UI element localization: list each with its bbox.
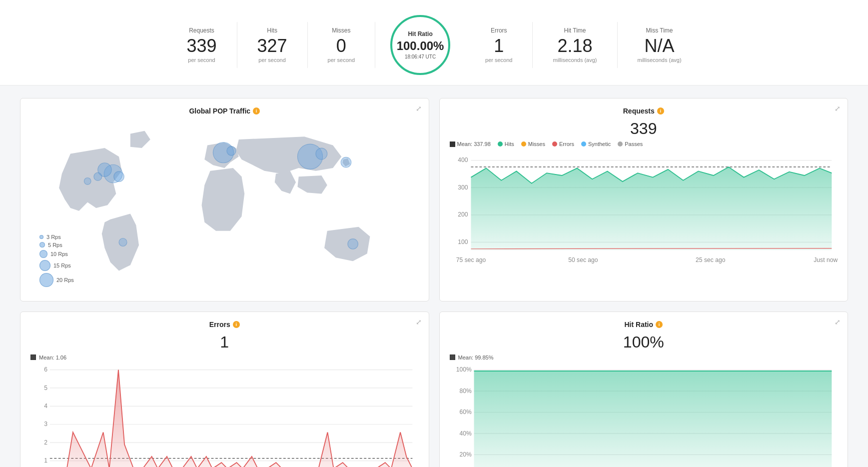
charts-grid: Global POP Traffic i ⤢ <box>0 86 868 467</box>
svg-text:1: 1 <box>44 457 47 464</box>
legend-5rps: 5 Rps <box>39 242 74 248</box>
misses-value: 0 <box>328 36 355 56</box>
svg-text:25 sec ago: 25 sec ago <box>696 256 726 264</box>
requests-label: Requests <box>186 27 216 34</box>
requests-area <box>471 167 832 250</box>
metric-errors: Errors 1 per second <box>465 22 533 68</box>
errors-chart-svg: 6 5 4 3 2 1 75 sec ago 50 sec ago 25 sec… <box>30 362 419 467</box>
synthetic-dot <box>581 142 586 146</box>
traffic-bubble-sa <box>119 238 127 246</box>
svg-text:60%: 60% <box>459 408 471 416</box>
svg-text:20%: 20% <box>459 451 471 458</box>
hits-dot <box>498 142 503 146</box>
requests-legend: Mean: 337.98 Hits Misses Errors Syntheti… <box>450 141 838 147</box>
errors-expand-icon[interactable]: ⤢ <box>416 318 422 326</box>
legend-10rps: 10 Rps <box>39 250 74 258</box>
requests-big-value: 339 <box>450 120 838 138</box>
mean-checkbox[interactable] <box>450 142 455 147</box>
bubble-15rps <box>39 260 50 271</box>
hit-ratio-expand-icon[interactable]: ⤢ <box>835 318 841 326</box>
australia <box>324 227 370 262</box>
hit-ratio-big-value: 100% <box>450 333 838 352</box>
traffic-bubble-na5 <box>84 178 91 184</box>
hits-value: 327 <box>257 36 287 56</box>
svg-text:300: 300 <box>458 184 468 191</box>
errors-mean-checkbox[interactable] <box>30 354 36 360</box>
requests-expand-icon[interactable]: ⤢ <box>835 104 841 112</box>
requests-sub: per second <box>186 57 216 63</box>
legend-hits: Hits <box>498 141 514 147</box>
hit-ratio-circle-value: 100.00% <box>397 40 444 52</box>
errors-area <box>51 370 412 467</box>
hit-ratio-mean-label: Mean: 99.85% <box>450 354 838 360</box>
misses-label: Misses <box>328 27 355 34</box>
svg-text:75 sec ago: 75 sec ago <box>456 256 486 264</box>
errors-mean-label: Mean: 1.06 <box>30 354 419 360</box>
requests-card: Requests i ⤢ 339 Mean: 337.98 Hits Misse… <box>439 98 849 302</box>
bubble-3rps <box>39 235 43 239</box>
traffic-bubble-na3 <box>114 172 124 182</box>
errors-big-value: 1 <box>30 333 419 352</box>
global-pop-title: Global POP Traffic i <box>189 107 260 115</box>
errors-card: Errors i ⤢ 1 Mean: 1.06 6 5 4 3 2 1 <box>20 312 429 467</box>
errors-value: 1 <box>485 36 512 56</box>
bubble-5rps <box>39 242 45 248</box>
hits-sub: per second <box>257 57 287 63</box>
svg-text:3: 3 <box>44 420 47 428</box>
requests-header: Requests i <box>450 106 838 116</box>
errors-dot <box>552 142 557 146</box>
map-legend: 3 Rps 5 Rps 10 Rps 15 Rps 20 Rps <box>39 234 74 289</box>
legend-20rps: 20 Rps <box>39 273 74 287</box>
legend-misses: Misses <box>521 141 545 147</box>
svg-text:Just now: Just now <box>814 256 838 264</box>
hit-ratio-info-icon[interactable]: i <box>656 321 663 328</box>
world-map-wrap: 3 Rps 5 Rps 10 Rps 15 Rps 20 Rps <box>30 120 419 293</box>
svg-text:5: 5 <box>44 384 47 391</box>
hit-time-label: Hit Time <box>553 27 597 34</box>
bubble-10rps <box>39 250 47 258</box>
hit-ratio-circle-label: Hit Ratio <box>408 30 432 38</box>
requests-chart-title: Requests i <box>623 107 664 115</box>
hit-ratio-circle-sub: 18:06:47 UTC <box>405 54 436 60</box>
errors-header: Errors i <box>30 320 419 329</box>
misses-dot <box>521 142 526 146</box>
top-metrics-bar: Requests 339 per second Hits 327 per sec… <box>0 0 868 86</box>
global-pop-expand-icon[interactable]: ⤢ <box>416 104 422 112</box>
hit-time-value: 2.18 <box>553 36 597 56</box>
errors-sub: per second <box>485 57 512 63</box>
svg-text:100%: 100% <box>456 366 471 373</box>
requests-value: 339 <box>186 36 216 56</box>
metric-requests: Requests 339 per second <box>166 22 237 68</box>
errors-info-icon[interactable]: i <box>233 321 240 328</box>
svg-text:400: 400 <box>458 156 468 164</box>
legend-mean: Mean: 337.98 <box>450 141 491 147</box>
india <box>275 171 296 194</box>
metric-misses: Misses 0 per second <box>308 22 375 68</box>
world-map-svg <box>30 120 419 291</box>
errors-chart-title: Errors i <box>209 320 240 328</box>
svg-text:6: 6 <box>44 366 47 373</box>
metric-miss-time: Miss Time N/A milliseconds (avg) <box>618 22 702 68</box>
greenland <box>130 131 150 148</box>
miss-time-value: N/A <box>638 36 682 56</box>
traffic-bubble-as2 <box>316 148 327 160</box>
metric-hits: Hits 327 per second <box>237 22 308 68</box>
traffic-bubble-au <box>348 239 358 250</box>
global-pop-info-icon[interactable]: i <box>253 108 260 114</box>
hit-ratio-chart-svg: 100% 80% 60% 40% 20% 75 sec ago 50 sec a… <box>450 362 838 467</box>
svg-text:50 sec ago: 50 sec ago <box>568 256 598 264</box>
legend-passes: Passes <box>618 141 643 147</box>
hit-time-sub: milliseconds (avg) <box>553 57 597 63</box>
bubble-20rps <box>39 273 53 287</box>
traffic-bubble-jp <box>341 157 351 168</box>
miss-time-label: Miss Time <box>638 27 682 34</box>
hit-ratio-chart-title: Hit Ratio i <box>624 320 663 328</box>
requests-info-icon[interactable]: i <box>657 108 664 114</box>
passes-dot <box>618 142 623 146</box>
traffic-bubble-na4 <box>94 172 102 180</box>
global-pop-header: Global POP Traffic i <box>30 106 419 116</box>
africa <box>202 168 245 231</box>
requests-chart-svg: 400 300 200 100 75 sec ago 50 sec ago 25… <box>450 150 838 272</box>
hit-ratio-mean-checkbox[interactable] <box>450 354 455 360</box>
legend-synthetic: Synthetic <box>581 141 611 147</box>
